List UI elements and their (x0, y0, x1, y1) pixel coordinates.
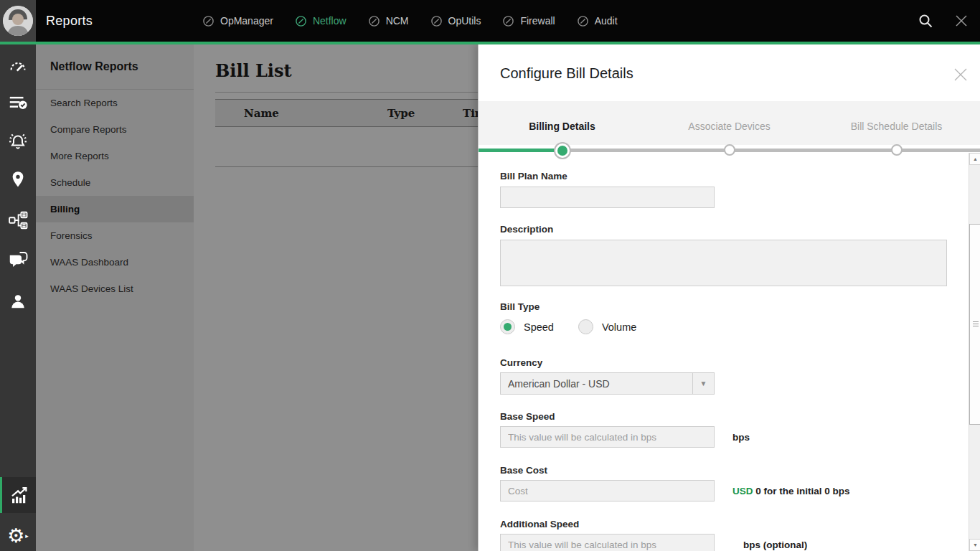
step-node-1[interactable] (554, 142, 571, 159)
sidebar-item-compare-reports[interactable]: Compare Reports (36, 116, 194, 143)
nav-label: Firewall (520, 15, 555, 27)
radio-speed[interactable] (500, 319, 515, 334)
scroll-up-arrow[interactable]: ▲ (969, 153, 980, 165)
report-list-icon[interactable] (0, 85, 36, 121)
nav-label: NCM (386, 15, 409, 27)
currency-code: USD (732, 486, 753, 496)
bill-list-title: Bill List (215, 60, 292, 81)
module-icon (577, 15, 589, 27)
step-associate-devices[interactable]: Associate Devices (646, 101, 813, 145)
currency-label: Currency (500, 357, 542, 368)
alarms-bell-icon[interactable] (0, 124, 36, 160)
close-icon[interactable] (953, 12, 970, 29)
module-icon (502, 15, 514, 27)
description-label: Description (500, 224, 553, 235)
dashboard-gauge-icon[interactable] (0, 49, 36, 85)
base-cost-input[interactable] (500, 480, 715, 501)
step-node-2[interactable] (724, 144, 735, 156)
nav-ncm[interactable]: NCM (368, 15, 409, 27)
configure-bill-details-modal: Configure Bill Details Billing Details A… (478, 44, 980, 551)
base-cost-label: Base Cost (500, 465, 547, 476)
additional-speed-label: Additional Speed (500, 519, 579, 529)
settings-gear-icon[interactable]: ⚙▸ (0, 518, 36, 551)
nav-label: Audit (595, 15, 618, 27)
modal-close-icon[interactable] (953, 67, 969, 83)
nav-label: OpUtils (448, 15, 481, 27)
accent-strip (0, 42, 980, 44)
sidebar-title: Netflow Reports (50, 60, 138, 73)
scrollbar-thumb[interactable] (969, 224, 980, 425)
scrollbar-grip (973, 321, 979, 328)
sidebar-item-schedule[interactable]: Schedule (36, 169, 194, 196)
module-icon (430, 15, 443, 27)
sidebar-item-waas-dashboard[interactable]: WAAS Dashboard (36, 249, 194, 276)
page-title: Reports (46, 0, 93, 42)
workflow-icon[interactable] (0, 202, 36, 238)
radio-volume[interactable] (578, 319, 593, 334)
module-icon (202, 15, 215, 27)
column-header-type: Type (387, 107, 415, 120)
user-avatar[interactable] (0, 0, 36, 42)
maps-pin-icon[interactable] (0, 161, 36, 197)
sidebar-item-billing[interactable]: Billing (36, 196, 194, 222)
radio-speed-label[interactable]: Speed (524, 321, 554, 333)
nav-label: OpManager (220, 15, 273, 27)
search-icon[interactable] (917, 12, 934, 29)
analytics-reports-icon[interactable] (0, 477, 36, 513)
nav-label: Netflow (313, 15, 347, 27)
radio-volume-label[interactable]: Volume (602, 321, 636, 333)
avatar-image (3, 6, 33, 36)
icon-rail: ⚙▸ (0, 44, 36, 551)
modal-scrollbar[interactable]: ▲ ▼ (969, 153, 980, 551)
bill-plan-name-input[interactable] (500, 187, 715, 208)
nav-audit[interactable]: Audit (577, 15, 618, 27)
sidebar-item-forensics[interactable]: Forensics (36, 222, 194, 249)
nav-firewall[interactable]: Firewall (502, 15, 555, 27)
base-cost-hint: USD 0 for the initial 0 bps (732, 486, 850, 496)
wizard-steps: Billing Details Associate Devices Bill S… (479, 101, 980, 145)
step-node-3[interactable] (891, 144, 903, 156)
step-billing-details[interactable]: Billing Details (479, 101, 646, 145)
base-speed-unit: bps (732, 432, 750, 443)
additional-speed-input[interactable] (500, 534, 715, 551)
base-speed-label: Base Speed (500, 411, 555, 422)
bill-plan-name-label: Bill Plan Name (500, 171, 567, 182)
sidebar-item-waas-devices-list[interactable]: WAAS Devices List (36, 276, 194, 302)
modal-title: Configure Bill Details (500, 65, 633, 82)
bill-type-options: Speed Volume (500, 319, 649, 334)
column-header-name: Name (244, 107, 279, 120)
step-bill-schedule-details[interactable]: Bill Schedule Details (813, 101, 980, 145)
currency-dropdown[interactable]: American Dollar - USD ▼ (500, 372, 715, 395)
scroll-down-arrow[interactable]: ▼ (969, 539, 980, 551)
nav-oputils[interactable]: OpUtils (430, 15, 481, 27)
description-textarea[interactable] (500, 240, 947, 286)
chat-icon[interactable] (0, 242, 36, 278)
top-bar: Reports OpManager Netflow NCM OpUtils Fi… (0, 0, 980, 42)
nav-opmanager[interactable]: OpManager (202, 15, 273, 27)
users-icon[interactable] (0, 283, 36, 319)
nav-netflow[interactable]: Netflow (295, 15, 347, 27)
sidebar-item-more-reports[interactable]: More Reports (36, 143, 194, 169)
module-nav: OpManager Netflow NCM OpUtils Firewall A… (202, 0, 618, 42)
currency-value: American Dollar - USD (501, 378, 692, 390)
module-icon (295, 15, 307, 27)
base-cost-hint-text: 0 for the initial 0 bps (755, 486, 849, 496)
module-icon (368, 15, 380, 27)
base-speed-input[interactable] (500, 426, 715, 448)
wizard-progress-fill (479, 149, 562, 152)
chevron-down-icon: ▼ (692, 373, 714, 394)
netflow-sidebar: Netflow Reports Search Reports Compare R… (36, 44, 194, 551)
sidebar-item-search-reports[interactable]: Search Reports (36, 90, 194, 116)
additional-speed-unit: bps (optional) (743, 540, 807, 550)
bill-type-label: Bill Type (500, 301, 540, 312)
